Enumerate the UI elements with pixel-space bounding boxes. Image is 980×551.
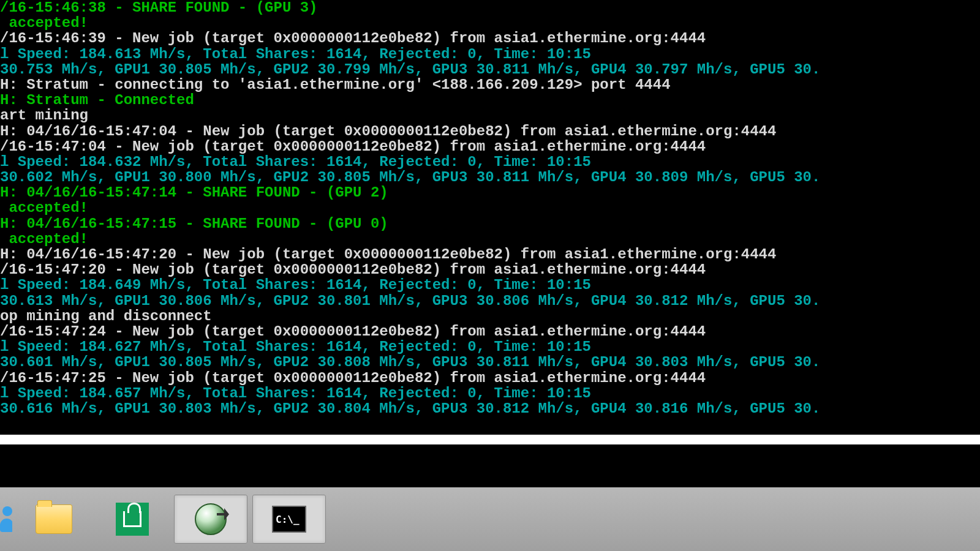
- store-icon: [116, 503, 149, 536]
- cmd-icon-label: C:\_: [276, 514, 300, 525]
- log-line: 30.753 Mh/s, GPU1 30.805 Mh/s, GPU2 30.7…: [0, 62, 980, 77]
- log-line: /16-15:46:39 - New job (target 0x0000000…: [0, 31, 980, 46]
- log-line: /16-15:47:04 - New job (target 0x0000000…: [0, 139, 980, 154]
- log-line: H: 04/16/16-15:47:14 - SHARE FOUND - (GP…: [0, 185, 980, 200]
- cmd-icon: C:\_: [272, 506, 306, 533]
- taskbar-item-app[interactable]: [174, 495, 247, 544]
- globe-arrow-icon: [195, 503, 227, 535]
- log-line: accepted!: [0, 200, 980, 216]
- log-line: 30.601 Mh/s, GPU1 30.805 Mh/s, GPU2 30.8…: [0, 354, 980, 370]
- person-icon: [1, 506, 12, 532]
- folder-icon: [36, 504, 72, 534]
- log-line: 30.616 Mh/s, GPU1 30.803 Mh/s, GPU2 30.8…: [0, 401, 980, 416]
- terminal-output: /16-15:46:38 - SHARE FOUND - (GPU 3) acc…: [0, 0, 980, 435]
- log-line: H: Stratum - connecting to 'asia1.etherm…: [0, 77, 980, 92]
- log-line: l Speed: 184.627 Mh/s, Total Shares: 161…: [0, 339, 980, 354]
- window-border: [0, 435, 980, 444]
- log-line: 30.602 Mh/s, GPU1 30.800 Mh/s, GPU2 30.8…: [0, 170, 980, 185]
- log-line: l Speed: 184.613 Mh/s, Total Shares: 161…: [0, 47, 980, 62]
- taskbar-item-store[interactable]: [96, 495, 169, 544]
- log-line: 30.613 Mh/s, GPU1 30.806 Mh/s, GPU2 30.8…: [0, 293, 980, 309]
- log-line: H: 04/16/16-15:47:20 - New job (target 0…: [0, 247, 980, 262]
- taskbar-item-cmd[interactable]: C:\_: [252, 495, 326, 544]
- log-line: l Speed: 184.657 Mh/s, Total Shares: 161…: [0, 386, 980, 401]
- log-line: /16-15:47:20 - New job (target 0x0000000…: [0, 262, 980, 277]
- log-line: l Speed: 184.632 Mh/s, Total Shares: 161…: [0, 154, 980, 170]
- log-line: /16-15:47:24 - New job (target 0x0000000…: [0, 324, 980, 339]
- log-line: H: 04/16/16-15:47:04 - New job (target 0…: [0, 124, 980, 139]
- desktop-background[interactable]: [0, 444, 980, 487]
- taskbar[interactable]: C:\_: [0, 487, 980, 551]
- log-line: accepted!: [0, 15, 980, 31]
- log-line: /16-15:47:25 - New job (target 0x0000000…: [0, 370, 980, 386]
- log-line: accepted!: [0, 231, 980, 247]
- taskbar-item-file-explorer[interactable]: [17, 495, 91, 544]
- log-line: H: Stratum - Connected: [0, 92, 980, 108]
- log-line: l Speed: 184.649 Mh/s, Total Shares: 161…: [0, 277, 980, 293]
- log-line: art mining: [0, 108, 980, 123]
- taskbar-item-people[interactable]: [0, 495, 12, 544]
- log-line: op mining and disconnect: [0, 309, 980, 324]
- log-line: H: 04/16/16-15:47:15 - SHARE FOUND - (GP…: [0, 216, 980, 231]
- log-line: /16-15:46:38 - SHARE FOUND - (GPU 3): [0, 0, 980, 15]
